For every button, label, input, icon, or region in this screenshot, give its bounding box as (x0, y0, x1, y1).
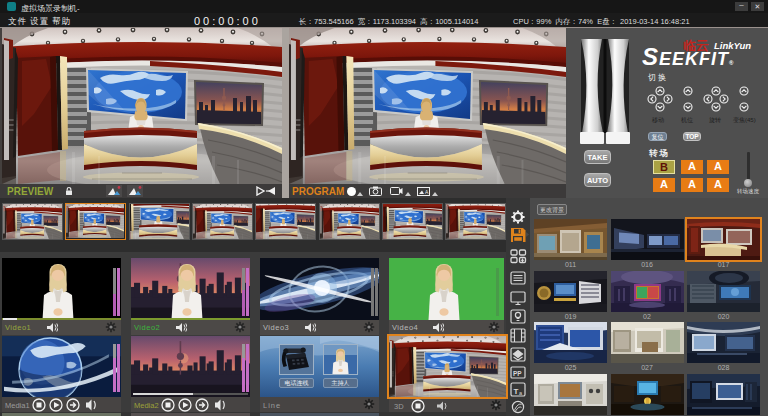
svg-text:PP: PP (513, 370, 522, 377)
svg-text:A: A (425, 189, 429, 195)
svg-text:T: T (514, 387, 519, 396)
svg-text:a: a (519, 390, 523, 396)
